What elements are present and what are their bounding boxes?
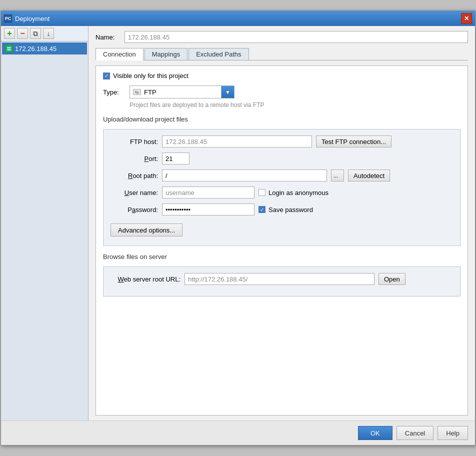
type-dropdown-button[interactable]: ▼	[221, 86, 234, 98]
root-path-input[interactable]	[162, 170, 327, 182]
sidebar-toolbar: + − ⧉ ↓	[1, 26, 88, 42]
password-row: Password: ✓ Save password	[110, 204, 453, 216]
advanced-row: Advanced options...	[110, 220, 453, 240]
ftp-icon: ftp	[133, 89, 141, 95]
save-password-label: Save password	[268, 206, 313, 214]
password-input[interactable]	[162, 204, 254, 216]
save-password-checkbox-row: ✓ Save password	[258, 206, 313, 214]
remove-server-button[interactable]: −	[17, 28, 28, 39]
ok-button[interactable]: OK	[358, 426, 392, 440]
web-url-input[interactable]	[184, 273, 374, 285]
type-description: Project files are deployed to a remote h…	[130, 102, 460, 108]
add-server-button[interactable]: +	[4, 28, 15, 39]
name-input[interactable]	[124, 31, 468, 43]
window-body: + − ⧉ ↓ 172.26.188.45 Name:	[1, 26, 475, 420]
visible-checkbox-row: ✓ Visible only for this project	[103, 72, 460, 80]
upload-section-header: Upload/download project files	[103, 116, 460, 123]
port-label: Port:	[110, 155, 158, 162]
type-label: Type:	[103, 88, 126, 96]
root-path-label: Root path:	[110, 172, 158, 180]
username-row: User name: Login as anonymous	[110, 186, 453, 198]
password-label: Password:	[110, 206, 158, 214]
deployment-dialog: PC Deployment ✕ + − ⧉ ↓ 172.26.188.45	[0, 10, 476, 446]
ftp-host-input[interactable]	[162, 136, 312, 148]
copy-server-button[interactable]: ⧉	[30, 28, 41, 39]
browse-root-button[interactable]: ...	[331, 170, 344, 182]
username-input[interactable]	[162, 186, 254, 198]
download-button[interactable]: ↓	[43, 28, 54, 39]
help-button[interactable]: Help	[438, 426, 468, 440]
port-row: Port:	[110, 152, 453, 164]
type-row: Type: ftp FTP ▼	[103, 86, 460, 98]
type-select-text: ftp FTP	[130, 88, 221, 97]
visible-checkbox-label: Visible only for this project	[113, 72, 188, 80]
window-title: Deployment	[15, 15, 50, 22]
browse-section-header: Browse files on server	[103, 253, 460, 260]
test-ftp-button[interactable]: Test FTP connection...	[316, 136, 392, 148]
sidebar: + − ⧉ ↓ 172.26.188.45	[1, 26, 88, 420]
web-url-label: Web server root URL:	[110, 276, 180, 283]
web-url-row: Web server root URL: Open	[110, 273, 453, 285]
save-password-checkbox[interactable]: ✓	[258, 206, 266, 213]
anonymous-label: Login as anonymous	[268, 189, 328, 196]
tab-excluded-paths[interactable]: Excluded Paths	[188, 48, 248, 60]
svg-rect-0	[7, 47, 11, 48]
username-label: User name:	[110, 189, 158, 196]
root-path-row: Root path: ... Autodetect	[110, 170, 453, 182]
connection-panel: ✓ Visible only for this project Type: ft…	[96, 66, 468, 416]
visible-checkbox[interactable]: ✓	[103, 72, 110, 80]
anonymous-checkbox[interactable]	[258, 189, 266, 196]
tab-bar: Connection Mappings Excluded Paths	[96, 48, 468, 60]
dialog-footer: OK Cancel Help	[1, 420, 475, 445]
autodetect-button[interactable]: Autodetect	[348, 170, 390, 182]
name-row: Name:	[96, 31, 468, 43]
sidebar-item-label: 172.26.188.45	[15, 45, 56, 52]
port-input[interactable]	[162, 152, 190, 164]
app-icon: PC	[4, 14, 12, 22]
advanced-options-button[interactable]: Advanced options...	[110, 224, 182, 236]
tab-connection[interactable]: Connection	[96, 48, 144, 60]
sidebar-item-server[interactable]: 172.26.188.45	[2, 42, 87, 54]
ftp-host-label: FTP host:	[110, 138, 158, 146]
upload-form-section: FTP host: Test FTP connection... Port:	[103, 129, 460, 246]
browse-form-section: Web server root URL: Open	[103, 266, 460, 296]
svg-rect-1	[7, 49, 11, 50]
server-icon	[5, 44, 13, 52]
close-button[interactable]: ✕	[461, 13, 472, 24]
tab-mappings[interactable]: Mappings	[144, 48, 188, 60]
anonymous-checkbox-row: Login as anonymous	[258, 189, 328, 196]
type-select[interactable]: ftp FTP ▼	[130, 86, 234, 98]
ftp-host-row: FTP host: Test FTP connection...	[110, 136, 453, 148]
cancel-button[interactable]: Cancel	[396, 426, 434, 440]
open-button[interactable]: Open	[378, 273, 406, 285]
name-label: Name:	[96, 34, 120, 41]
main-content: Name: Connection Mappings Excluded Paths	[88, 26, 475, 420]
title-bar-left: PC Deployment	[4, 14, 50, 22]
title-bar: PC Deployment ✕	[1, 11, 475, 26]
